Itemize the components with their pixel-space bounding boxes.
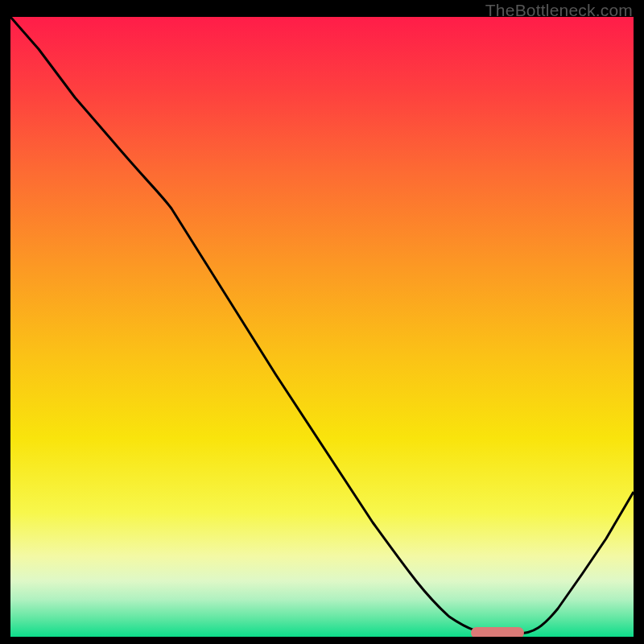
chart-frame: [10, 17, 634, 637]
chart-background-gradient: [10, 17, 634, 637]
watermark-text: TheBottleneck.com: [485, 1, 633, 20]
svg-rect-0: [10, 17, 634, 637]
